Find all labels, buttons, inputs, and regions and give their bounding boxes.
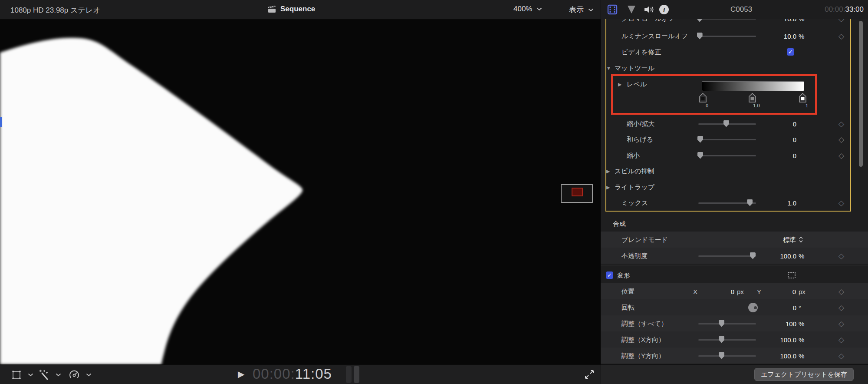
- erode-slider[interactable]: [698, 152, 756, 159]
- clapperboard-icon: [267, 5, 277, 14]
- row-light-wrap[interactable]: ▶ ライトラップ: [601, 179, 868, 195]
- scale-x-slider[interactable]: [698, 336, 756, 343]
- edge-marker: [0, 117, 2, 127]
- rotation-dial[interactable]: [748, 303, 758, 312]
- x-value[interactable]: 0: [713, 288, 734, 295]
- info-icon[interactable]: i: [659, 4, 669, 15]
- keyframe-diamond-icon[interactable]: ◇: [838, 198, 844, 207]
- param-unit: %: [799, 252, 809, 259]
- param-label: レベル: [627, 80, 647, 88]
- y-label: Y: [757, 288, 761, 295]
- blend-mode-popup[interactable]: 標準: [783, 235, 803, 244]
- luma-rolloff-slider[interactable]: [698, 33, 756, 40]
- keyframe-diamond-icon[interactable]: ◇: [838, 151, 844, 160]
- chevron-down-icon[interactable]: [28, 373, 33, 377]
- transform-enable-checkbox[interactable]: ✓: [606, 271, 613, 279]
- timecode-frames: 33:00: [845, 5, 864, 13]
- keyframe-diamond-icon[interactable]: ◇: [838, 31, 844, 40]
- scale-all-slider[interactable]: [698, 320, 756, 327]
- row-spill-suppression[interactable]: ▶ スピルの抑制: [601, 163, 868, 179]
- row-soften: 和らげる 0 ◇: [601, 131, 868, 147]
- param-value[interactable]: 100: [775, 320, 796, 327]
- levels-gamma-handle[interactable]: [749, 93, 756, 103]
- scale-y-slider[interactable]: [698, 352, 756, 359]
- chevron-down-icon[interactable]: [86, 373, 92, 377]
- keyframe-diamond-icon[interactable]: ◇: [838, 303, 844, 312]
- param-value[interactable]: 100.0: [775, 252, 796, 259]
- keyframe-diamond-icon[interactable]: ◇: [838, 19, 844, 23]
- param-unit: %: [799, 32, 809, 40]
- timecode-frames: 11:05: [295, 366, 332, 382]
- param-value[interactable]: 0: [775, 304, 796, 311]
- chevron-down-icon[interactable]: [56, 373, 61, 377]
- disclosure-collapsed-icon[interactable]: ▶: [606, 168, 610, 174]
- view-dropdown[interactable]: 表示: [569, 5, 594, 15]
- viewer-format-label: 1080p HD 23.98p ステレオ: [10, 5, 101, 15]
- viewer-canvas[interactable]: [0, 20, 601, 364]
- play-button[interactable]: ▶: [238, 369, 244, 379]
- keyframe-diamond-icon[interactable]: ◇: [838, 287, 844, 296]
- param-value[interactable]: 10.0: [775, 32, 796, 40]
- matte-preview-image: [0, 20, 601, 364]
- row-blend-mode: ブレンドモード 標準: [601, 232, 868, 248]
- row-erode: 縮小 0 ◇: [601, 147, 868, 163]
- param-value[interactable]: 1.0: [775, 199, 796, 206]
- row-mix: ミックス 1.0 ◇: [601, 195, 868, 211]
- inspector-panel: クロマロールオフ 10.0% ◇ ルミナンスロールオフ 10.0% ◇ ビデオを…: [601, 19, 868, 364]
- keyframe-diamond-icon[interactable]: ◇: [838, 119, 844, 128]
- sequence-title: Sequence: [280, 5, 315, 13]
- section-title: 変形: [617, 271, 630, 279]
- levels-white-handle[interactable]: [799, 93, 806, 103]
- fullscreen-expand-icon[interactable]: [584, 369, 595, 380]
- param-value[interactable]: 0: [775, 120, 796, 127]
- param-value[interactable]: 10.0: [775, 19, 796, 22]
- param-value[interactable]: 100.0: [775, 336, 796, 343]
- keyframe-diamond-icon[interactable]: ◇: [838, 335, 844, 344]
- levels-black-handle[interactable]: [699, 93, 707, 103]
- mix-slider[interactable]: [698, 199, 756, 206]
- playhead-timecode: 00:00:11:05: [253, 366, 332, 382]
- zoom-indicator-red-rect: [572, 188, 583, 196]
- param-value[interactable]: 100.0: [775, 352, 796, 359]
- chroma-rolloff-slider[interactable]: [698, 19, 756, 22]
- video-inspector-icon[interactable]: [607, 4, 618, 15]
- timecode-hours: 00:00:: [253, 366, 295, 382]
- keyframe-diamond-icon[interactable]: ◇: [838, 351, 844, 360]
- y-value[interactable]: 0: [774, 288, 796, 295]
- soften-slider[interactable]: [698, 136, 756, 143]
- view-label: 表示: [569, 5, 584, 15]
- transform-overlay-icon[interactable]: [787, 271, 796, 279]
- section-title: 合成: [613, 219, 626, 228]
- keyframe-diamond-icon[interactable]: ◇: [838, 135, 844, 144]
- x-unit: px: [737, 288, 744, 295]
- row-scale-all: 調整（すべて） 100% ◇: [601, 315, 868, 332]
- disclosure-collapsed-icon[interactable]: ▶: [618, 81, 621, 87]
- viewer-toolbar: ▶ 00:00:11:05: [0, 364, 601, 384]
- fix-video-checkbox[interactable]: ✓: [787, 48, 794, 56]
- keyframe-diamond-icon[interactable]: ◇: [838, 251, 844, 260]
- row-matte-tools[interactable]: ▼ マットツール: [601, 60, 868, 76]
- inspector-scrollbar[interactable]: [859, 21, 863, 167]
- param-label: ビデオを修正: [621, 48, 661, 56]
- magic-wand-icon[interactable]: [38, 369, 49, 381]
- audio-meter-left: [346, 366, 352, 383]
- param-value[interactable]: 0: [775, 152, 796, 159]
- keyframe-diamond-icon[interactable]: ◇: [838, 319, 844, 328]
- levels-gradient-bar[interactable]: [702, 81, 804, 91]
- section-divider: [601, 265, 868, 265]
- popup-value: 標準: [783, 235, 796, 244]
- opacity-slider[interactable]: [698, 252, 756, 259]
- param-label: 縮小/拡大: [627, 119, 654, 128]
- save-effect-preset-button[interactable]: エフェクトプリセットを保存: [754, 368, 854, 381]
- transform-tool-icon[interactable]: [11, 370, 22, 380]
- effects-triangle-icon[interactable]: [626, 5, 637, 14]
- disclosure-expanded-icon[interactable]: ▼: [606, 66, 611, 71]
- section-divider: [601, 213, 868, 213]
- audio-speaker-icon[interactable]: [643, 5, 654, 14]
- param-value[interactable]: 0: [775, 136, 796, 143]
- param-unit: %: [799, 19, 809, 22]
- disclosure-collapsed-icon[interactable]: ▶: [606, 184, 610, 190]
- retime-gauge-icon[interactable]: [69, 369, 80, 381]
- zoom-dropdown[interactable]: 400%: [513, 5, 542, 13]
- shrink-expand-slider[interactable]: [698, 120, 756, 127]
